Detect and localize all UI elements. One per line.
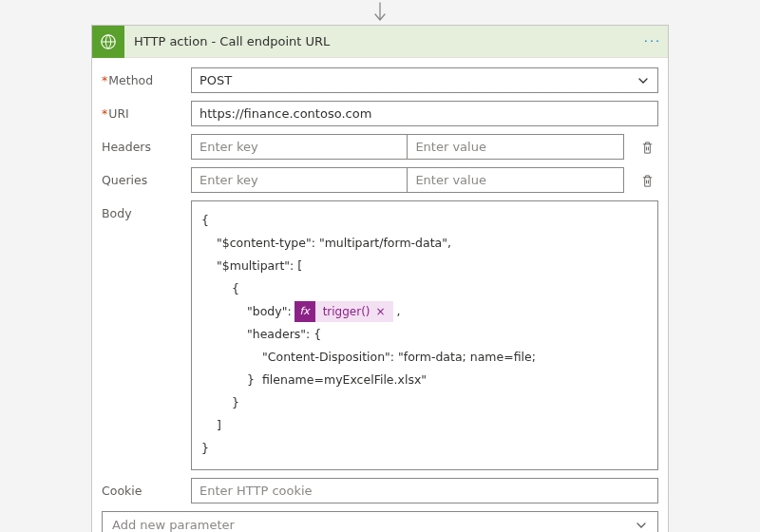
body-line: ] (201, 414, 648, 437)
body-line: "Content-Disposition": "form-data; name=… (201, 346, 648, 369)
queries-value-input[interactable] (407, 167, 623, 193)
body-line: { (201, 209, 648, 232)
body-line: "body": fx trigger() × , (201, 300, 648, 323)
cookie-input[interactable] (191, 478, 658, 504)
body-line: } (201, 437, 648, 460)
chevron-down-icon (635, 519, 648, 532)
uri-input[interactable] (191, 101, 658, 126)
chevron-down-icon (636, 74, 650, 87)
queries-key-input[interactable] (191, 167, 407, 193)
card-title: HTTP action - Call endpoint URL (124, 34, 637, 48)
token-remove-icon[interactable]: × (376, 300, 386, 323)
body-line: "$content-type": "multipart/form-data", (201, 232, 648, 255)
headers-key-input[interactable] (191, 134, 407, 160)
http-globe-icon (92, 26, 124, 58)
card-menu-button[interactable]: ··· (637, 34, 668, 48)
card-header: HTTP action - Call endpoint URL ··· (92, 26, 668, 58)
http-action-card: HTTP action - Call endpoint URL ··· *Met… (91, 25, 669, 532)
body-line: "headers": { (201, 323, 648, 346)
cookie-label: Cookie (102, 478, 191, 498)
headers-value-input[interactable] (407, 134, 623, 160)
queries-label: Queries (102, 167, 191, 187)
body-line: } (201, 391, 648, 414)
queries-delete-button[interactable] (637, 169, 658, 192)
card-body: *Method POST *URI Headers (92, 58, 668, 511)
headers-label: Headers (102, 134, 191, 154)
expression-token[interactable]: fx trigger() × (294, 301, 393, 322)
headers-delete-button[interactable] (637, 136, 658, 159)
flow-arrow-icon (371, 2, 389, 28)
body-label: Body (102, 200, 191, 220)
body-line: { (201, 277, 648, 300)
fx-icon: fx (294, 301, 315, 322)
body-line: "$multipart": [ (201, 255, 648, 277)
body-editor[interactable]: { "$content-type": "multipart/form-data"… (191, 200, 658, 470)
method-label: *Method (102, 67, 191, 87)
uri-label: *URI (102, 101, 191, 121)
add-parameter-dropdown[interactable]: Add new parameter (102, 511, 658, 532)
expression-text: trigger() (323, 300, 370, 323)
method-select[interactable]: POST (191, 67, 658, 93)
